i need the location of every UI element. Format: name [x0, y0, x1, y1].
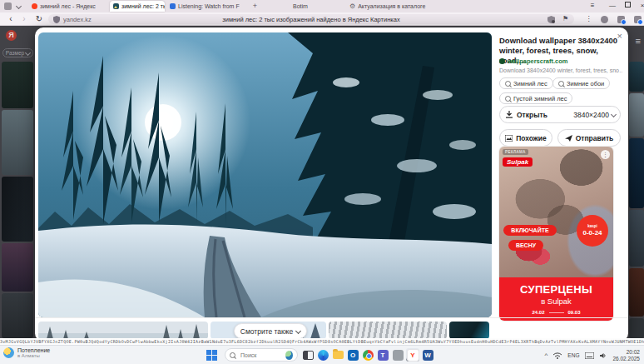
ad-subline: в Sulpak [499, 297, 613, 306]
result-thumb-right-5[interactable] [629, 268, 644, 317]
chrome-button[interactable] [361, 348, 374, 362]
similar-images-icon [505, 135, 513, 142]
tray-overflow-icon[interactable]: ^ [545, 352, 548, 359]
language-indicator[interactable]: ENG [567, 352, 579, 358]
source-domain: wallpapersсraft.com [508, 57, 568, 65]
system-tray: ^ ENG 20:02 26.02.2025 [545, 346, 642, 364]
result-thumb-left-4[interactable] [2, 243, 33, 292]
related-thumb-3[interactable] [329, 322, 447, 339]
ad-info-icon[interactable]: ⋮ [601, 150, 610, 159]
extension-badge [621, 19, 627, 25]
result-thumb-left-3[interactable] [2, 177, 33, 242]
related-thumb-1[interactable] [38, 322, 208, 339]
result-thumb-right-3[interactable] [629, 138, 644, 208]
tab-yandex-search[interactable]: зимний лес - Яндекс [28, 1, 108, 12]
firefox-view-icon[interactable] [4, 2, 12, 10]
wifi-icon[interactable] [553, 352, 562, 359]
extension-icon-1[interactable] [617, 16, 625, 23]
address-bar[interactable]: yandex.kz зимний лес: 2 тыс изображений … [48, 14, 574, 24]
downloads-extension-icon[interactable] [634, 16, 642, 23]
clock[interactable]: 20:02 26.02.2025 [612, 349, 642, 362]
word-icon: W [423, 350, 433, 361]
tab-label: Botim [293, 3, 308, 9]
related-query-chip-3[interactable]: Густой зимний лес [499, 92, 572, 104]
chip-label: Зимний лес [513, 80, 547, 87]
ad-dates: 24.02 09.03 [499, 310, 613, 315]
weather-widget[interactable]: Потепление в Алматы [3, 347, 50, 358]
search-icon [230, 352, 235, 358]
search-icon [558, 81, 564, 87]
sulpak-logo: Sulpak [503, 157, 533, 167]
main-image[interactable] [38, 32, 492, 317]
tab-catalog-update[interactable]: ⚙ Актуализация в каталоге [349, 1, 425, 12]
volume-icon[interactable] [600, 352, 607, 359]
start-button[interactable] [205, 348, 218, 362]
back-button[interactable]: ‹ [5, 13, 17, 25]
tab-listening[interactable]: Listening: Watch from F [166, 1, 243, 12]
source-link[interactable]: wallpapersсraft.com [499, 57, 568, 65]
window-close-button[interactable]: × [636, 0, 644, 12]
size-selector[interactable]: 3840×2400 [573, 111, 616, 119]
kaspi-terms: 0-0-24 [582, 230, 602, 237]
kebab-menu-icon[interactable]: ⋮ [584, 15, 593, 23]
blue-favicon [170, 3, 176, 9]
forward-button[interactable]: › [18, 13, 30, 25]
search-highlight-icon [285, 351, 293, 360]
ad-date-to: 09.03 [568, 310, 581, 315]
size-filter-chip[interactable]: Размер [2, 48, 33, 57]
tab-botim[interactable]: Botim [293, 1, 308, 12]
tracking-shield-icon[interactable] [53, 16, 60, 23]
word-button[interactable]: W [421, 348, 434, 362]
chip-label: Зимние обои [567, 80, 604, 87]
app-button[interactable] [391, 348, 404, 362]
result-thumb-right-2[interactable] [629, 93, 644, 137]
related-query-chip-1[interactable]: Зимний лес [499, 77, 553, 89]
status-data-line: 3vMJGvVGQLbYJVBFYXGJnZTQOE.PW0uBJQdQodYy… [0, 338, 644, 345]
page-menu-icon[interactable]: ≡ [636, 36, 641, 46]
result-thumb-right-1[interactable] [629, 62, 644, 92]
winter-forest-photo [38, 32, 492, 317]
image-favicon [113, 3, 119, 9]
tab-list-chevron-icon[interactable] [16, 3, 22, 9]
teams-icon: T [378, 350, 389, 361]
related-thumb-4[interactable] [449, 322, 489, 339]
window-restore-button[interactable] [621, 0, 634, 12]
share-button[interactable]: Отправить [557, 129, 621, 147]
result-thumb-right-6[interactable] [629, 318, 644, 338]
outlook-button[interactable]: O [346, 348, 359, 362]
image-description: Download 3840x2400 winter, forest, trees… [499, 67, 622, 73]
chrome-icon [363, 350, 374, 361]
tab-yandex-images-active[interactable]: зимний лес: 2 тыс изо… × [110, 1, 165, 12]
similar-images-button[interactable]: Похожие [499, 129, 552, 147]
reload-button[interactable]: ↻ [33, 13, 45, 25]
touch-keyboard-icon[interactable] [585, 352, 594, 359]
file-explorer-button[interactable] [331, 348, 344, 362]
result-thumb-left-2[interactable] [2, 110, 33, 175]
ad-pill-1: ВКЛЮЧАЙТЕ [503, 225, 557, 236]
new-tab-button[interactable]: + [250, 1, 260, 12]
search-input[interactable] [239, 352, 282, 359]
see-also-button[interactable]: Смотрите также [234, 323, 307, 339]
ad-card[interactable]: РЕКЛАМА Sulpak ⋮ ВКЛЮЧАЙТЕ ВЕСНУ kaspi 0… [499, 147, 613, 321]
account-extension-icon[interactable] [601, 16, 608, 23]
permissions-shield-icon[interactable] [547, 16, 555, 23]
teams-button[interactable]: T [376, 348, 389, 362]
taskbar-search[interactable] [225, 348, 298, 362]
related-query-chip-2[interactable]: Зимние обои [552, 77, 610, 89]
open-image-button[interactable]: Открыть 3840×2400 [499, 106, 621, 123]
window-minimize-button[interactable]: — [606, 0, 619, 12]
image-viewer-modal: × [35, 27, 628, 342]
ad-photo: РЕКЛАМА Sulpak ⋮ ВКЛЮЧАЙТЕ ВЕСНУ kaspi 0… [499, 147, 613, 277]
yandex-browser-icon: Y [407, 349, 419, 362]
ad-banner: СУПЕРЦЕНЫ в Sulpak 24.02 09.03 [499, 277, 613, 321]
edge-button[interactable] [316, 348, 329, 362]
result-thumb-left-1[interactable] [2, 62, 33, 108]
result-thumb-left-5[interactable] [2, 293, 33, 338]
bookmark-flag-icon[interactable]: ⚑ [562, 15, 568, 22]
window-menu-icon[interactable]: ≡ [586, 0, 599, 12]
yandex-logo[interactable]: Я [6, 30, 17, 41]
result-thumb-right-4[interactable] [629, 210, 644, 267]
size-value: 3840×2400 [573, 111, 609, 119]
yandex-browser-button[interactable]: Y [406, 348, 419, 362]
task-view-button[interactable] [301, 348, 315, 362]
